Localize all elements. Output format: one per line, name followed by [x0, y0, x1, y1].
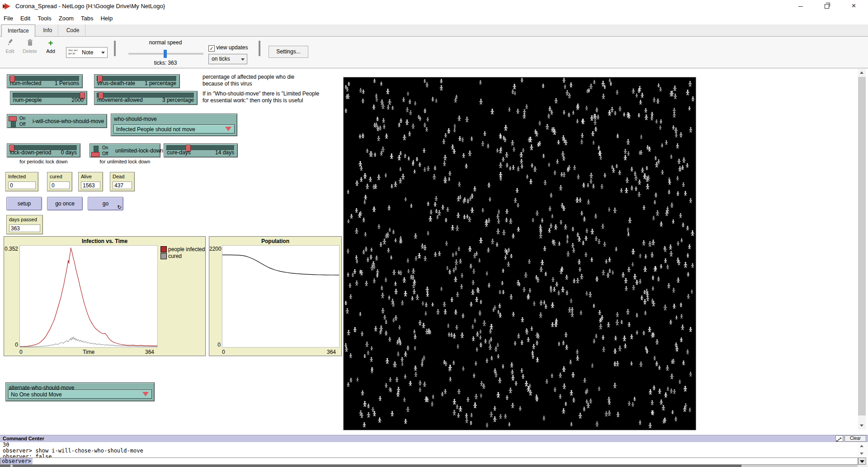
person-agent[interactable] [387, 105, 389, 110]
person-agent[interactable] [649, 423, 651, 428]
person-agent[interactable] [585, 236, 587, 240]
person-agent[interactable] [494, 305, 496, 309]
person-agent[interactable] [656, 361, 658, 366]
person-agent[interactable] [674, 86, 676, 91]
person-agent[interactable] [590, 84, 592, 89]
person-agent[interactable] [488, 283, 490, 287]
person-agent[interactable] [375, 256, 377, 261]
person-agent[interactable] [517, 227, 519, 231]
person-agent[interactable] [656, 339, 659, 344]
person-agent[interactable] [472, 269, 475, 274]
person-agent[interactable] [403, 397, 406, 401]
person-agent[interactable] [434, 252, 436, 257]
person-agent[interactable] [510, 294, 513, 299]
person-agent[interactable] [660, 264, 662, 268]
person-agent[interactable] [349, 294, 352, 299]
person-agent[interactable] [374, 152, 376, 157]
person-agent[interactable] [662, 405, 665, 410]
person-agent[interactable] [602, 94, 605, 99]
person-agent[interactable] [411, 296, 414, 300]
observer-prompt[interactable]: observer> [0, 458, 33, 464]
person-agent[interactable] [371, 346, 373, 350]
person-agent[interactable] [628, 218, 631, 223]
person-agent[interactable] [670, 388, 672, 393]
person-agent[interactable] [536, 357, 538, 362]
person-agent[interactable] [488, 218, 490, 223]
person-agent[interactable] [414, 365, 417, 370]
person-agent[interactable] [454, 310, 457, 315]
person-agent[interactable] [636, 313, 638, 317]
person-agent[interactable] [548, 228, 551, 233]
person-agent[interactable] [525, 381, 528, 386]
slider-virus-death-rate[interactable]: virus-death-rate1 percentage [94, 74, 180, 88]
person-agent[interactable] [363, 422, 366, 427]
person-agent[interactable] [491, 109, 494, 114]
person-agent[interactable] [361, 331, 363, 336]
interface-vertical-scrollbar[interactable] [858, 69, 866, 429]
person-agent[interactable] [482, 208, 484, 212]
person-agent[interactable] [577, 174, 580, 179]
person-agent[interactable] [425, 311, 427, 315]
person-agent[interactable] [444, 133, 447, 137]
person-agent[interactable] [543, 300, 546, 305]
person-agent[interactable] [438, 251, 440, 256]
person-agent[interactable] [614, 336, 617, 340]
person-agent[interactable] [593, 339, 595, 343]
slider-lock-down-period[interactable]: lock-down-period0 days [7, 143, 80, 157]
person-agent[interactable] [640, 362, 642, 367]
person-agent[interactable] [646, 166, 648, 170]
person-agent[interactable] [592, 131, 594, 136]
person-agent[interactable] [656, 99, 659, 104]
person-agent[interactable] [691, 230, 694, 236]
person-agent[interactable] [400, 271, 402, 275]
person-agent[interactable] [345, 301, 347, 305]
person-agent[interactable] [348, 82, 349, 86]
person-agent[interactable] [367, 257, 369, 262]
person-agent[interactable] [676, 346, 679, 351]
person-agent[interactable] [467, 214, 468, 219]
person-agent[interactable] [448, 128, 450, 133]
person-agent[interactable] [458, 389, 460, 394]
button-go-once[interactable]: go once [47, 197, 83, 210]
person-agent[interactable] [402, 174, 405, 179]
person-agent[interactable] [624, 343, 627, 348]
person-agent[interactable] [507, 262, 510, 267]
person-agent[interactable] [404, 374, 406, 378]
person-agent[interactable] [583, 216, 585, 221]
person-agent[interactable] [402, 97, 405, 102]
person-agent[interactable] [588, 88, 590, 92]
person-agent[interactable] [686, 90, 689, 95]
person-agent[interactable] [592, 184, 594, 188]
person-agent[interactable] [645, 114, 648, 120]
person-agent[interactable] [607, 322, 610, 327]
person-agent[interactable] [536, 210, 538, 215]
person-agent[interactable] [664, 258, 666, 263]
person-agent[interactable] [395, 289, 397, 294]
person-agent[interactable] [581, 133, 583, 138]
person-agent[interactable] [689, 81, 691, 86]
person-agent[interactable] [451, 225, 454, 230]
person-agent[interactable] [632, 88, 635, 93]
person-agent[interactable] [475, 394, 477, 399]
person-agent[interactable] [499, 414, 501, 419]
person-agent[interactable] [602, 335, 604, 340]
person-agent[interactable] [481, 141, 484, 146]
person-agent[interactable] [431, 401, 433, 406]
person-agent[interactable] [427, 166, 429, 171]
person-agent[interactable] [401, 357, 403, 362]
person-agent[interactable] [580, 211, 583, 215]
person-agent[interactable] [638, 179, 641, 184]
person-agent[interactable] [398, 155, 401, 160]
person-agent[interactable] [598, 386, 600, 391]
switch-unlimited-lock-down[interactable]: OnOffunlimited-lock-down [90, 143, 160, 157]
person-agent[interactable] [398, 123, 401, 127]
bottom-scrollbar[interactable] [0, 465, 868, 467]
person-agent[interactable] [495, 346, 497, 351]
person-agent[interactable] [423, 381, 426, 386]
person-agent[interactable] [502, 290, 505, 294]
person-agent[interactable] [367, 412, 370, 417]
person-agent[interactable] [673, 389, 675, 394]
person-agent[interactable] [511, 140, 514, 145]
person-agent[interactable] [680, 338, 683, 342]
person-agent[interactable] [632, 402, 634, 407]
